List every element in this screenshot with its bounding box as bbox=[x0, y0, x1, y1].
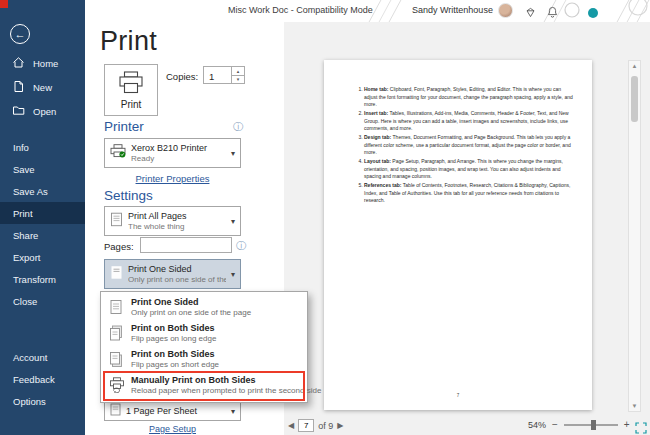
previous-page-icon[interactable]: ◀ bbox=[288, 421, 294, 430]
sides-subtitle: Only print on one side of the... bbox=[128, 275, 226, 284]
sidebar-item-new[interactable]: New bbox=[0, 76, 85, 98]
zoom-in-icon[interactable]: + bbox=[624, 420, 630, 430]
sidebar-item-account[interactable]: Account bbox=[0, 346, 85, 368]
range-title: Print All Pages bbox=[128, 211, 226, 222]
pages-range-input[interactable] bbox=[140, 237, 232, 253]
menu-item-manually-both-sides[interactable]: Manually Print on Both Sides Reload pape… bbox=[101, 373, 307, 399]
menu-item-subtitle: Only print on one side of the page bbox=[131, 308, 301, 318]
both-sides-short-icon bbox=[109, 351, 123, 371]
printer-selection: Xerox B210 Printer Ready bbox=[131, 143, 226, 163]
printer-status: Ready bbox=[131, 154, 226, 163]
pages-per-sheet-dropdown[interactable]: 1 Page Per Sheet ▾ bbox=[104, 401, 241, 421]
copies-stepper: ▴ ▾ bbox=[203, 66, 245, 84]
zoom-percentage[interactable]: 54% bbox=[528, 420, 546, 430]
home-icon bbox=[12, 56, 25, 70]
sides-selection: Print One Sided Only print on one side o… bbox=[128, 264, 226, 284]
sidebar-item-label: Export bbox=[13, 252, 40, 263]
menu-item-subtitle: Flip pages on long edge bbox=[131, 334, 301, 344]
menu-item-title: Manually Print on Both Sides bbox=[131, 375, 301, 386]
sidebar-item-export[interactable]: Export bbox=[0, 246, 85, 268]
pages-info-icon[interactable]: ⓘ bbox=[236, 239, 246, 253]
printer-name: Xerox B210 Printer bbox=[131, 143, 226, 154]
settings-section-heading: Settings bbox=[104, 188, 153, 203]
sidebar-item-save[interactable]: Save bbox=[0, 158, 85, 180]
preview-scrollbar[interactable]: ▲ ▼ bbox=[628, 60, 641, 412]
sidebar-item-transform[interactable]: Transform bbox=[0, 268, 85, 290]
preview-list-item: Insert tab: Tables, Illustrations, Add-i… bbox=[364, 110, 574, 133]
preview-item-text: Page Setup, Paragraph, and Arrange. This… bbox=[364, 158, 563, 179]
next-page-icon[interactable]: ▶ bbox=[337, 421, 343, 430]
sidebar-item-share[interactable]: Share bbox=[0, 224, 85, 246]
notifications-bell-icon[interactable] bbox=[547, 4, 558, 22]
print-range-dropdown[interactable]: Print All Pages The whole thing ▾ bbox=[104, 206, 241, 236]
preview-item-text: Tables, Illustrations, Add-ins, Media, C… bbox=[364, 110, 569, 131]
user-avatar[interactable] bbox=[498, 3, 513, 18]
scroll-down-icon[interactable]: ▼ bbox=[629, 403, 640, 409]
scroll-up-icon[interactable]: ▲ bbox=[629, 63, 640, 69]
zoom-slider-thumb[interactable] bbox=[591, 420, 596, 430]
sidebar-item-label: Save bbox=[13, 164, 35, 175]
page-setup-link[interactable]: Page Setup bbox=[104, 424, 241, 434]
printer-icon bbox=[118, 71, 144, 96]
print-one-sided-icon bbox=[110, 265, 123, 284]
page-per-sheet-icon bbox=[110, 402, 121, 420]
sidebar-item-print[interactable]: Print bbox=[0, 202, 85, 224]
spinner-down-icon[interactable]: ▾ bbox=[232, 76, 244, 84]
sidebar-item-info[interactable]: Info bbox=[0, 136, 85, 158]
chevron-down-icon: ▾ bbox=[231, 407, 235, 416]
preview-item-lead: Home tab: bbox=[364, 86, 388, 92]
current-page-input[interactable] bbox=[298, 419, 314, 432]
sidebar-item-label: Print bbox=[13, 208, 33, 219]
zoom-to-page-icon[interactable] bbox=[635, 420, 647, 435]
preview-list-item: References tab: Table of Contents, Footn… bbox=[364, 182, 574, 205]
scrollbar-thumb[interactable] bbox=[631, 76, 638, 122]
range-selection: Print All Pages The whole thing bbox=[128, 211, 226, 231]
print-button[interactable]: Print bbox=[104, 64, 158, 116]
preview-item-text: Clipboard, Font, Paragraph, Styles, Edit… bbox=[364, 86, 573, 107]
copies-spinner: ▴ ▾ bbox=[231, 67, 244, 83]
copies-input[interactable] bbox=[204, 67, 231, 83]
print-button-label: Print bbox=[121, 99, 142, 110]
copies-label: Copies: bbox=[166, 71, 198, 82]
preview-list-item: Design tab: Themes, Document Formatting,… bbox=[364, 134, 574, 157]
printer-info-icon[interactable]: ⓘ bbox=[233, 120, 243, 134]
preview-item-lead: Design tab: bbox=[364, 134, 391, 140]
word-backstage-print-view: ← Home New Open Info Save Save As Print … bbox=[0, 0, 650, 435]
sidebar-item-label: Home bbox=[33, 58, 58, 69]
per-sheet-title: 1 Page Per Sheet bbox=[126, 406, 226, 417]
both-sides-long-icon bbox=[109, 325, 123, 345]
sidebar-item-home[interactable]: Home bbox=[0, 52, 85, 74]
sidebar-item-close[interactable]: Close bbox=[0, 290, 85, 312]
sides-title: Print One Sided bbox=[128, 264, 226, 275]
preview-item-text: Themes, Document Formatting, and Page Ba… bbox=[364, 134, 571, 155]
per-sheet-selection: 1 Page Per Sheet bbox=[126, 406, 226, 417]
sidebar-item-label: Options bbox=[13, 396, 46, 407]
zoom-slider[interactable] bbox=[564, 424, 618, 426]
back-button[interactable]: ← bbox=[10, 24, 30, 44]
premium-diamond-icon[interactable] bbox=[525, 4, 536, 22]
sides-dropdown[interactable]: Print One Sided Only print on one side o… bbox=[104, 259, 241, 289]
pages-label: Pages: bbox=[104, 241, 134, 252]
printer-select-dropdown[interactable]: Xerox B210 Printer Ready ▾ bbox=[104, 138, 241, 168]
sides-dropdown-menu: Print One Sided Only print on one side o… bbox=[100, 291, 308, 403]
menu-item-subtitle: Reload paper when prompted to print the … bbox=[131, 386, 301, 396]
zoom-out-icon[interactable]: − bbox=[552, 420, 558, 430]
menu-item-both-sides-short[interactable]: Print on Both Sides Flip pages on short … bbox=[101, 347, 307, 373]
menu-item-print-one-sided[interactable]: Print One Sided Only print on one side o… bbox=[101, 295, 307, 321]
sidebar-item-feedback[interactable]: Feedback bbox=[0, 368, 85, 390]
window-corner-marker bbox=[0, 0, 8, 8]
manual-both-sides-icon bbox=[109, 377, 124, 397]
menu-item-title: Print One Sided bbox=[131, 297, 301, 308]
preview-item-lead: Layout tab: bbox=[364, 158, 391, 164]
menu-item-both-sides-long[interactable]: Print on Both Sides Flip pages on long e… bbox=[101, 321, 307, 347]
sidebar-item-label: Account bbox=[13, 352, 47, 363]
spinner-up-icon[interactable]: ▴ bbox=[232, 67, 244, 76]
one-sided-page-icon bbox=[109, 299, 123, 319]
menu-item-title: Print on Both Sides bbox=[131, 349, 301, 360]
sidebar-item-open[interactable]: Open bbox=[0, 100, 85, 122]
print-all-pages-icon bbox=[110, 212, 123, 231]
sidebar-item-save-as[interactable]: Save As bbox=[0, 180, 85, 202]
printer-properties-link[interactable]: Printer Properties bbox=[104, 173, 241, 184]
sidebar-item-options[interactable]: Options bbox=[0, 390, 85, 412]
page-title: Print bbox=[100, 26, 157, 57]
